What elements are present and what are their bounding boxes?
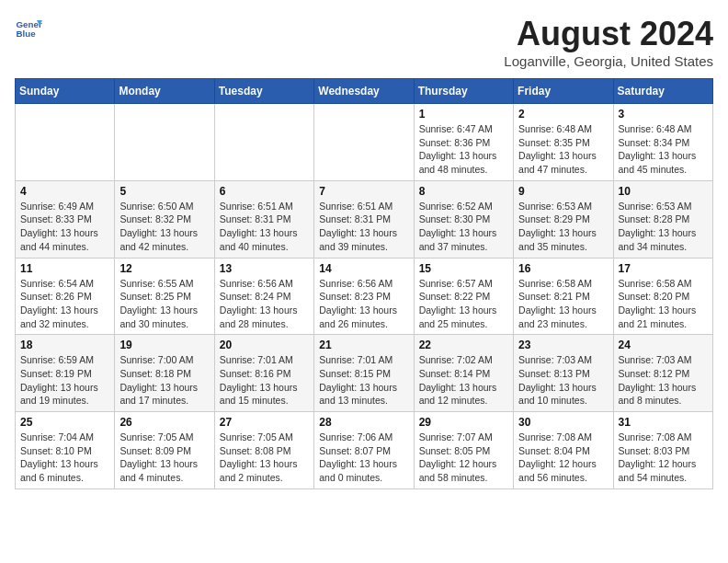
day-number: 5 xyxy=(119,185,209,198)
weekday-header-monday: Monday xyxy=(115,79,214,104)
svg-text:Blue: Blue xyxy=(17,29,37,39)
calendar-cell: 11Sunrise: 6:54 AM Sunset: 8:26 PM Dayli… xyxy=(16,258,115,335)
calendar-cell: 15Sunrise: 6:57 AM Sunset: 8:22 PM Dayli… xyxy=(414,258,513,335)
weekday-header-row: SundayMondayTuesdayWednesdayThursdayFrid… xyxy=(16,79,713,104)
header: General Blue August 2024 Loganville, Geo… xyxy=(15,15,713,69)
day-info: Sunrise: 6:56 AM Sunset: 8:23 PM Dayligh… xyxy=(319,277,408,331)
day-info: Sunrise: 7:08 AM Sunset: 8:04 PM Dayligh… xyxy=(518,431,608,485)
calendar-cell xyxy=(115,104,214,181)
day-number: 3 xyxy=(619,108,708,121)
day-number: 25 xyxy=(20,416,109,429)
day-info: Sunrise: 6:51 AM Sunset: 8:31 PM Dayligh… xyxy=(220,200,309,254)
day-number: 23 xyxy=(518,339,608,351)
day-number: 15 xyxy=(419,262,508,275)
day-number: 7 xyxy=(319,185,408,198)
calendar-cell xyxy=(16,104,115,181)
calendar-cell: 7Sunrise: 6:51 AM Sunset: 8:31 PM Daylig… xyxy=(314,180,414,258)
week-row-2: 4Sunrise: 6:49 AM Sunset: 8:33 PM Daylig… xyxy=(16,180,713,258)
day-info: Sunrise: 6:56 AM Sunset: 8:24 PM Dayligh… xyxy=(220,277,309,331)
weekday-header-wednesday: Wednesday xyxy=(314,79,414,104)
day-number: 6 xyxy=(220,185,309,198)
day-info: Sunrise: 7:05 AM Sunset: 8:08 PM Dayligh… xyxy=(220,431,309,485)
day-info: Sunrise: 7:01 AM Sunset: 8:15 PM Dayligh… xyxy=(319,353,408,408)
calendar-cell: 27Sunrise: 7:05 AM Sunset: 8:08 PM Dayli… xyxy=(214,412,313,489)
weekday-header-saturday: Saturday xyxy=(613,79,712,104)
day-info: Sunrise: 6:50 AM Sunset: 8:32 PM Dayligh… xyxy=(119,200,209,254)
calendar-cell: 14Sunrise: 6:56 AM Sunset: 8:23 PM Dayli… xyxy=(314,258,414,335)
calendar-cell: 3Sunrise: 6:48 AM Sunset: 8:34 PM Daylig… xyxy=(613,104,712,181)
day-info: Sunrise: 6:49 AM Sunset: 8:33 PM Dayligh… xyxy=(20,200,109,254)
day-number: 21 xyxy=(319,339,408,351)
day-number: 20 xyxy=(220,339,309,351)
day-info: Sunrise: 6:55 AM Sunset: 8:25 PM Dayligh… xyxy=(119,277,209,331)
day-number: 8 xyxy=(419,185,508,198)
day-info: Sunrise: 7:03 AM Sunset: 8:13 PM Dayligh… xyxy=(518,353,608,408)
calendar-cell: 17Sunrise: 6:58 AM Sunset: 8:20 PM Dayli… xyxy=(613,258,712,335)
calendar-cell: 1Sunrise: 6:47 AM Sunset: 8:36 PM Daylig… xyxy=(414,104,513,181)
day-info: Sunrise: 6:47 AM Sunset: 8:36 PM Dayligh… xyxy=(419,122,508,177)
week-row-5: 25Sunrise: 7:04 AM Sunset: 8:10 PM Dayli… xyxy=(16,412,713,489)
weekday-header-friday: Friday xyxy=(514,79,613,104)
title-area: August 2024 Loganville, Georgia, United … xyxy=(504,15,713,69)
calendar-cell: 6Sunrise: 6:51 AM Sunset: 8:31 PM Daylig… xyxy=(214,180,313,258)
calendar-cell: 29Sunrise: 7:07 AM Sunset: 8:05 PM Dayli… xyxy=(414,412,513,489)
day-number: 24 xyxy=(619,339,708,351)
day-number: 18 xyxy=(20,339,109,351)
calendar-cell: 26Sunrise: 7:05 AM Sunset: 8:09 PM Dayli… xyxy=(115,412,214,489)
day-number: 19 xyxy=(119,339,209,351)
day-info: Sunrise: 6:52 AM Sunset: 8:30 PM Dayligh… xyxy=(419,200,508,254)
calendar-cell: 23Sunrise: 7:03 AM Sunset: 8:13 PM Dayli… xyxy=(514,335,613,412)
day-info: Sunrise: 6:51 AM Sunset: 8:31 PM Dayligh… xyxy=(319,200,408,254)
week-row-3: 11Sunrise: 6:54 AM Sunset: 8:26 PM Dayli… xyxy=(16,258,713,335)
day-info: Sunrise: 6:53 AM Sunset: 8:28 PM Dayligh… xyxy=(619,200,708,254)
day-number: 27 xyxy=(220,416,309,429)
calendar-cell: 16Sunrise: 6:58 AM Sunset: 8:21 PM Dayli… xyxy=(514,258,613,335)
day-info: Sunrise: 7:06 AM Sunset: 8:07 PM Dayligh… xyxy=(319,431,408,485)
day-number: 14 xyxy=(319,262,408,275)
main-title: August 2024 xyxy=(504,15,713,53)
day-info: Sunrise: 7:08 AM Sunset: 8:03 PM Dayligh… xyxy=(619,431,708,485)
day-info: Sunrise: 6:48 AM Sunset: 8:35 PM Dayligh… xyxy=(518,122,608,177)
day-number: 9 xyxy=(518,185,608,198)
weekday-header-tuesday: Tuesday xyxy=(214,79,313,104)
calendar-cell: 22Sunrise: 7:02 AM Sunset: 8:14 PM Dayli… xyxy=(414,335,513,412)
day-number: 16 xyxy=(518,262,608,275)
day-number: 1 xyxy=(419,108,508,121)
day-number: 31 xyxy=(619,416,708,429)
day-number: 13 xyxy=(220,262,309,275)
logo: General Blue xyxy=(15,15,42,42)
calendar-cell: 24Sunrise: 7:03 AM Sunset: 8:12 PM Dayli… xyxy=(613,335,712,412)
day-info: Sunrise: 6:48 AM Sunset: 8:34 PM Dayligh… xyxy=(619,122,708,177)
calendar-cell: 2Sunrise: 6:48 AM Sunset: 8:35 PM Daylig… xyxy=(514,104,613,181)
logo-icon: General Blue xyxy=(15,15,42,42)
weekday-header-sunday: Sunday xyxy=(16,79,115,104)
calendar-cell: 10Sunrise: 6:53 AM Sunset: 8:28 PM Dayli… xyxy=(613,180,712,258)
day-number: 2 xyxy=(518,108,608,121)
calendar-cell xyxy=(314,104,414,181)
day-number: 30 xyxy=(518,416,608,429)
calendar-cell: 30Sunrise: 7:08 AM Sunset: 8:04 PM Dayli… xyxy=(514,412,613,489)
weekday-header-thursday: Thursday xyxy=(414,79,513,104)
day-info: Sunrise: 7:02 AM Sunset: 8:14 PM Dayligh… xyxy=(419,353,508,408)
day-info: Sunrise: 7:07 AM Sunset: 8:05 PM Dayligh… xyxy=(419,431,508,485)
calendar-body: 1Sunrise: 6:47 AM Sunset: 8:36 PM Daylig… xyxy=(16,104,713,489)
day-info: Sunrise: 7:05 AM Sunset: 8:09 PM Dayligh… xyxy=(119,431,209,485)
day-info: Sunrise: 6:59 AM Sunset: 8:19 PM Dayligh… xyxy=(20,353,109,408)
day-number: 11 xyxy=(20,262,109,275)
calendar-cell: 18Sunrise: 6:59 AM Sunset: 8:19 PM Dayli… xyxy=(16,335,115,412)
calendar-cell: 19Sunrise: 7:00 AM Sunset: 8:18 PM Dayli… xyxy=(115,335,214,412)
day-info: Sunrise: 7:04 AM Sunset: 8:10 PM Dayligh… xyxy=(20,431,109,485)
calendar-cell: 4Sunrise: 6:49 AM Sunset: 8:33 PM Daylig… xyxy=(16,180,115,258)
week-row-4: 18Sunrise: 6:59 AM Sunset: 8:19 PM Dayli… xyxy=(16,335,713,412)
calendar-cell: 31Sunrise: 7:08 AM Sunset: 8:03 PM Dayli… xyxy=(613,412,712,489)
day-info: Sunrise: 7:03 AM Sunset: 8:12 PM Dayligh… xyxy=(619,353,708,408)
day-info: Sunrise: 6:54 AM Sunset: 8:26 PM Dayligh… xyxy=(20,277,109,331)
calendar-cell: 13Sunrise: 6:56 AM Sunset: 8:24 PM Dayli… xyxy=(214,258,313,335)
calendar-cell: 20Sunrise: 7:01 AM Sunset: 8:16 PM Dayli… xyxy=(214,335,313,412)
day-number: 29 xyxy=(419,416,508,429)
calendar-cell: 28Sunrise: 7:06 AM Sunset: 8:07 PM Dayli… xyxy=(314,412,414,489)
day-info: Sunrise: 6:53 AM Sunset: 8:29 PM Dayligh… xyxy=(518,200,608,254)
week-row-1: 1Sunrise: 6:47 AM Sunset: 8:36 PM Daylig… xyxy=(16,104,713,181)
day-info: Sunrise: 7:00 AM Sunset: 8:18 PM Dayligh… xyxy=(119,353,209,408)
calendar-cell: 12Sunrise: 6:55 AM Sunset: 8:25 PM Dayli… xyxy=(115,258,214,335)
